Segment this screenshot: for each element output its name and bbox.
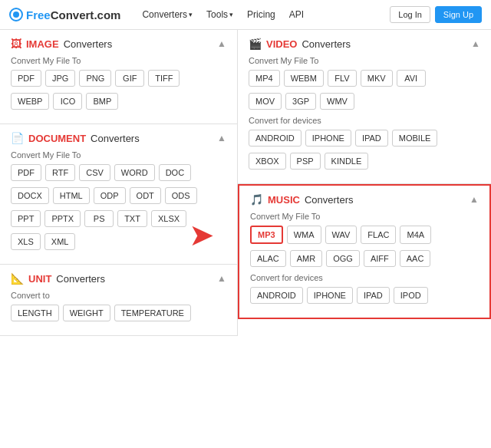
fmt-gif[interactable]: GIF: [115, 70, 144, 87]
document-formats-row2: DOCX HTML ODP ODT ODS: [11, 187, 226, 204]
fmt-pdf[interactable]: PDF: [11, 70, 41, 87]
fmt-ppt[interactable]: PPT: [11, 210, 41, 227]
fmt-mkv[interactable]: MKV: [361, 70, 393, 87]
image-formats-row1: PDF JPG PNG GIF TIFF: [11, 70, 226, 87]
video-section: 🎬 VIDEO Converters ▲ Convert My File To …: [238, 30, 491, 184]
fmt-avi[interactable]: AVI: [397, 70, 426, 87]
fmt-psp[interactable]: PSP: [290, 153, 321, 170]
video-section-title: 🎬 VIDEO Converters: [249, 38, 351, 50]
fmt-mov[interactable]: MOV: [249, 93, 282, 110]
image-section-title: 🖼 IMAGE Converters: [11, 38, 112, 50]
fmt-kindle[interactable]: KINDLE: [325, 153, 369, 170]
logo[interactable]: FreeConvert.com: [9, 8, 120, 21]
fmt-android-music[interactable]: ANDROID: [250, 287, 303, 304]
document-formats-row1: PDF RTF CSV WORD DOC: [11, 164, 226, 181]
fmt-ipad-music[interactable]: IPAD: [357, 287, 390, 304]
fmt-pptx[interactable]: PPTX: [44, 210, 81, 227]
fmt-ipad[interactable]: IPAD: [355, 130, 388, 147]
document-section-title: 📄 DOCUMENT Converters: [11, 132, 140, 144]
fmt-mobile[interactable]: MOBILE: [392, 130, 438, 147]
fmt-docx[interactable]: DOCX: [11, 187, 49, 204]
music-icon: 🎵: [250, 193, 263, 206]
fmt-ogg[interactable]: OGG: [326, 250, 360, 267]
fmt-android[interactable]: ANDROID: [249, 130, 302, 147]
fmt-webp[interactable]: WEBP: [11, 93, 49, 110]
chevron-down-icon: ▾: [229, 11, 233, 18]
fmt-ods[interactable]: ODS: [165, 187, 197, 204]
unit-collapse-icon[interactable]: ▲: [217, 273, 226, 284]
fmt-webm[interactable]: WEBM: [284, 70, 324, 87]
fmt-pdf[interactable]: PDF: [11, 164, 41, 181]
fmt-txt[interactable]: TXT: [117, 210, 147, 227]
music-sub-label-device: Convert for devices: [250, 273, 479, 282]
fmt-html[interactable]: HTML: [53, 187, 90, 204]
music-type-normal: Converters: [305, 194, 354, 206]
fmt-amr[interactable]: AMR: [290, 250, 322, 267]
fmt-tiff[interactable]: TIFF: [148, 70, 180, 87]
fmt-aiff[interactable]: AIFF: [364, 250, 396, 267]
video-section-header: 🎬 VIDEO Converters ▲: [249, 38, 480, 50]
nav-api[interactable]: API: [283, 6, 310, 23]
fmt-iphone[interactable]: IPHONE: [305, 130, 351, 147]
fmt-alac[interactable]: ALAC: [250, 250, 286, 267]
music-formats-file-row1: ➤ MP3 WMA WAV FLAC M4A: [250, 226, 479, 244]
fmt-wmv[interactable]: WMV: [320, 93, 354, 110]
music-collapse-icon[interactable]: ▲: [470, 194, 479, 205]
image-formats-row2: WEBP ICO BMP: [11, 93, 226, 110]
fmt-csv[interactable]: CSV: [79, 164, 110, 181]
document-collapse-icon[interactable]: ▲: [217, 133, 226, 143]
fmt-ps[interactable]: PS: [84, 210, 114, 227]
fmt-doc[interactable]: DOC: [159, 164, 191, 181]
nav-tools[interactable]: Tools ▾: [200, 6, 239, 23]
fmt-temperature[interactable]: TEMPERATURE: [114, 305, 191, 321]
logo-icon: [9, 8, 23, 21]
fmt-mp4[interactable]: MP4: [249, 70, 280, 87]
login-button[interactable]: Log In: [390, 6, 430, 23]
fmt-jpg[interactable]: JPG: [45, 70, 75, 87]
unit-formats-row1: LENGTH WEIGHT TEMPERATURE: [11, 305, 226, 321]
image-collapse-icon[interactable]: ▲: [217, 38, 226, 49]
fmt-xbox[interactable]: XBOX: [249, 153, 286, 170]
header: FreeConvert.com Converters ▾ Tools ▾ Pri…: [0, 0, 491, 30]
fmt-wma[interactable]: WMA: [287, 226, 321, 244]
nav-converters[interactable]: Converters ▾: [136, 6, 199, 23]
fmt-xls[interactable]: XLS: [11, 233, 41, 250]
red-arrow-icon: ➤: [189, 219, 215, 250]
video-sub-label-file: Convert My File To: [249, 56, 480, 65]
music-sub-label-file: Convert My File To: [250, 212, 479, 221]
fmt-3gp[interactable]: 3GP: [285, 93, 316, 110]
fmt-flv[interactable]: FLV: [328, 70, 357, 87]
fmt-word[interactable]: WORD: [114, 164, 155, 181]
signup-button[interactable]: Sign Up: [435, 6, 482, 23]
document-icon: 📄: [11, 132, 24, 144]
fmt-aac[interactable]: AAC: [400, 250, 431, 267]
fmt-flac[interactable]: FLAC: [361, 226, 396, 244]
music-section-header: 🎵 MUSIC Converters ▲: [250, 193, 479, 206]
unit-type-bold: UNIT: [28, 273, 51, 285]
fmt-png[interactable]: PNG: [79, 70, 111, 87]
fmt-ipod[interactable]: IPOD: [394, 287, 428, 304]
fmt-bmp[interactable]: BMP: [86, 93, 118, 110]
nav-pricing[interactable]: Pricing: [241, 6, 282, 23]
fmt-iphone-music[interactable]: IPHONE: [307, 287, 353, 304]
logo-domain-text: .com: [94, 8, 120, 21]
image-type-normal: Converters: [64, 38, 113, 50]
video-device-row1: ANDROID IPHONE IPAD MOBILE: [249, 130, 480, 147]
fmt-length[interactable]: LENGTH: [11, 305, 59, 321]
main-nav: Converters ▾ Tools ▾ Pricing API: [136, 6, 390, 23]
fmt-weight[interactable]: WEIGHT: [63, 305, 110, 321]
fmt-xml[interactable]: XML: [44, 233, 76, 250]
fmt-rtf[interactable]: RTF: [45, 164, 75, 181]
document-sub-label: Convert My File To: [11, 150, 226, 160]
chevron-down-icon: ▾: [189, 11, 193, 18]
fmt-xlsx[interactable]: XLSX: [151, 210, 186, 227]
fmt-ico[interactable]: ICO: [53, 93, 82, 110]
fmt-wav[interactable]: WAV: [325, 226, 358, 244]
fmt-m4a[interactable]: M4A: [400, 226, 431, 244]
unit-section-header: 📐 UNIT Converters ▲: [11, 272, 226, 285]
fmt-odp[interactable]: ODP: [94, 187, 126, 204]
fmt-mp3[interactable]: MP3: [250, 226, 283, 244]
unit-sub-label: Convert to: [11, 291, 226, 300]
video-collapse-icon[interactable]: ▲: [471, 38, 480, 49]
fmt-odt[interactable]: ODT: [130, 187, 161, 204]
